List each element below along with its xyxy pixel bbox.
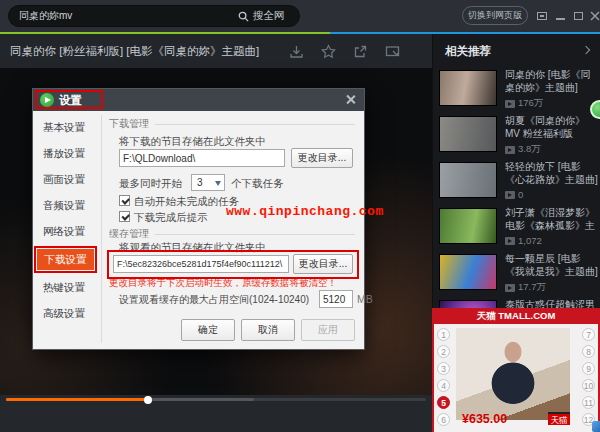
ad-page-5-active[interactable]: 5 bbox=[437, 396, 450, 409]
ad-page-1[interactable]: 1 bbox=[437, 328, 450, 341]
watermark-text: www.qinpinchang.com bbox=[226, 204, 384, 219]
ad-page-6[interactable]: 6 bbox=[437, 413, 450, 426]
tab-picture-settings[interactable]: 画面设置 bbox=[43, 173, 97, 189]
view-count: 0 bbox=[505, 189, 523, 200]
tmall-ad[interactable]: 天猫 TMALL.COM 1 2 3 4 5 6 7 8 9 10 11 12 … bbox=[432, 308, 600, 432]
tab-playback-settings[interactable]: 播放设置 bbox=[43, 147, 97, 163]
ad-page-4[interactable]: 4 bbox=[437, 379, 450, 392]
mini-mode-icon bbox=[537, 12, 547, 20]
view-count: 176万 bbox=[505, 97, 543, 110]
close-icon bbox=[590, 11, 600, 21]
minimize-icon bbox=[556, 18, 565, 20]
search-box: 搜全网 bbox=[8, 5, 300, 27]
tab-hotkey-settings[interactable]: 热键设置 bbox=[43, 281, 97, 297]
maximize-button[interactable] bbox=[571, 8, 586, 23]
settings-dialog-title: 设置 bbox=[59, 93, 82, 108]
related-item-5[interactable]: 每一颗星辰 [电影《我就是我》主题曲] 17.7万 bbox=[439, 252, 599, 296]
play-count-icon bbox=[505, 100, 515, 108]
cache-path-label: 将观看的节目存储在此文件夹中 bbox=[119, 241, 266, 255]
change-download-dir-button[interactable]: 更改目录... bbox=[291, 148, 353, 168]
tab-basic-settings[interactable]: 基本设置 bbox=[43, 121, 97, 137]
view-count: 3.8万 bbox=[505, 143, 541, 156]
ad-page-7[interactable]: 7 bbox=[582, 328, 595, 341]
player-controls-bar: 00:00:12 / 00:02:57 选集 高清 bbox=[0, 395, 432, 432]
progress-bar[interactable] bbox=[6, 398, 426, 401]
max-tasks-prefix: 最多同时开始 bbox=[119, 177, 182, 191]
mini-player-button[interactable] bbox=[384, 43, 401, 60]
tab-audio-settings[interactable]: 音频设置 bbox=[43, 199, 97, 215]
tab-network-settings[interactable]: 网络设置 bbox=[43, 225, 97, 241]
notify-done-label: 下载完成后提示 bbox=[134, 211, 208, 225]
ad-page-9[interactable]: 9 bbox=[582, 362, 595, 375]
apply-button[interactable]: 应用 bbox=[301, 319, 355, 341]
ok-button[interactable]: 确定 bbox=[181, 319, 235, 341]
ad-price: ¥635.00 bbox=[462, 412, 507, 426]
share-icon bbox=[352, 43, 369, 60]
ad-product-image[interactable] bbox=[456, 328, 570, 420]
cancel-button[interactable]: 取消 bbox=[241, 319, 295, 341]
ad-page-8[interactable]: 8 bbox=[582, 345, 595, 358]
cache-change-warning: 更改目录将于下次启动时生效，原缓存数据将被清空！ bbox=[109, 277, 361, 290]
ad-page-3[interactable]: 3 bbox=[437, 362, 450, 375]
share-button[interactable] bbox=[352, 43, 369, 60]
ad-page-11[interactable]: 11 bbox=[582, 396, 595, 409]
cache-size-input[interactable] bbox=[319, 290, 353, 308]
play-count-icon bbox=[505, 191, 515, 199]
star-icon bbox=[320, 43, 337, 60]
cache-path-input[interactable] bbox=[113, 255, 289, 273]
ad-page-10[interactable]: 10 bbox=[582, 379, 595, 392]
minimize-button[interactable] bbox=[553, 8, 568, 23]
tmall-tag: 天猫 bbox=[548, 412, 570, 425]
search-button-label: 搜全网 bbox=[253, 9, 285, 23]
download-icon bbox=[288, 43, 305, 60]
player-window: 搜全网 切换到网页版 同桌的你 [粉丝福利版] [电影《同桌的妳》主题曲] bbox=[0, 0, 600, 432]
cache-size-label: 设置观看缓存的最大占用空间(1024-10240) bbox=[119, 293, 309, 307]
change-cache-dir-button[interactable]: 更改目录... bbox=[293, 254, 353, 274]
download-video-button[interactable] bbox=[288, 43, 305, 60]
ad-page-2[interactable]: 2 bbox=[437, 345, 450, 358]
cache-size-unit: MB bbox=[357, 293, 373, 305]
max-tasks-value: 3 bbox=[197, 177, 203, 188]
auto-start-label: 自动开始未完成的任务 bbox=[134, 195, 239, 209]
mini-player-icon bbox=[384, 43, 401, 60]
favorite-button[interactable] bbox=[320, 43, 337, 60]
related-header[interactable]: 相关推荐 bbox=[433, 34, 600, 68]
notify-done-checkbox[interactable] bbox=[119, 211, 130, 222]
related-item-1[interactable]: 同桌的你 [电影《同桌的妳》主题曲] 176万 bbox=[439, 68, 599, 112]
related-item-3[interactable]: 轻轻的放下 [电影《心花路放》主题曲] 0 bbox=[439, 160, 599, 204]
play-count-icon bbox=[505, 284, 515, 292]
tab-download-settings[interactable]: 下载设置 bbox=[37, 249, 94, 270]
tab-advanced-settings[interactable]: 高级设置 bbox=[43, 307, 97, 323]
download-path-label: 将下载的节目存储在此文件夹中 bbox=[119, 135, 266, 149]
max-tasks-select[interactable]: 3 bbox=[191, 174, 225, 191]
progress-handle[interactable] bbox=[144, 396, 152, 404]
related-item-4[interactable]: 刘子潇《泪湿梦影》电影《森林孤影》主题 1,072 bbox=[439, 206, 599, 250]
video-thumbnail bbox=[439, 70, 497, 106]
auto-start-checkbox[interactable] bbox=[119, 195, 130, 206]
chevron-right-icon bbox=[582, 46, 590, 54]
settings-dialog: 设置 基本设置 播放设置 画面设置 音频设置 网络设置 下载设置 热键设置 高级… bbox=[32, 88, 365, 350]
search-button[interactable]: 搜全网 bbox=[225, 6, 297, 26]
video-thumbnail bbox=[439, 208, 497, 244]
progress-fill bbox=[6, 398, 148, 401]
view-count: 1,072 bbox=[505, 235, 542, 246]
video-thumbnail bbox=[439, 162, 497, 198]
search-input[interactable] bbox=[19, 7, 229, 25]
switch-to-web-button[interactable]: 切换到网页版 bbox=[462, 6, 528, 25]
app-play-logo-icon bbox=[40, 93, 54, 107]
video-thumbnail bbox=[439, 254, 497, 290]
desktop-icon bbox=[592, 421, 600, 432]
tab-divider bbox=[101, 115, 102, 343]
switch-to-web-label: 切换到网页版 bbox=[468, 9, 522, 22]
download-path-input[interactable] bbox=[119, 149, 285, 167]
related-item-title: 胡夏《同桌的你》MV 粉丝福利版 bbox=[505, 114, 599, 141]
settings-dialog-titlebar[interactable]: 设置 bbox=[33, 89, 364, 111]
mini-mode-button[interactable] bbox=[534, 8, 549, 23]
related-item-title: 每一颗星辰 [电影《我就是我》主题曲] bbox=[505, 252, 599, 279]
related-item-title: 刘子潇《泪湿梦影》电影《森林孤影》主题 bbox=[505, 206, 599, 233]
close-window-button[interactable] bbox=[587, 8, 600, 23]
related-header-title: 相关推荐 bbox=[445, 44, 491, 59]
video-title-bar: 同桌的你 [粉丝福利版] [电影《同桌的妳》主题曲] bbox=[0, 34, 432, 68]
settings-close-button[interactable] bbox=[344, 93, 358, 107]
related-item-2[interactable]: 胡夏《同桌的你》MV 粉丝福利版 3.8万 bbox=[439, 114, 599, 158]
